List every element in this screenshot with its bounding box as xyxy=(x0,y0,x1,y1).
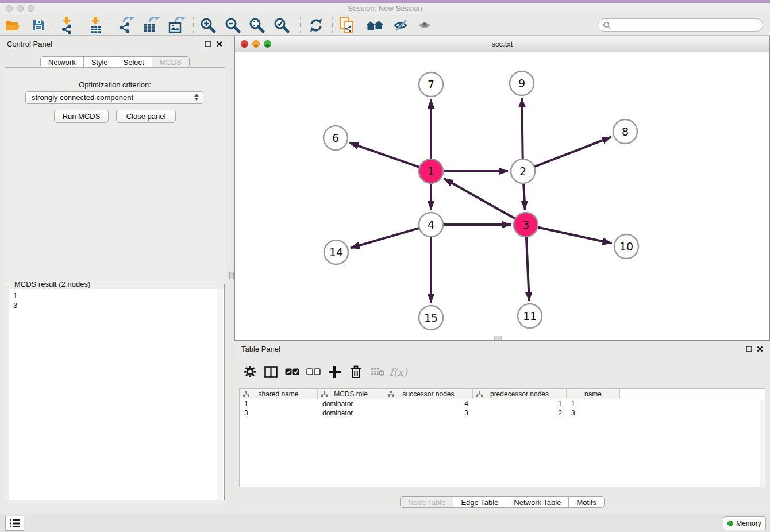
node-11[interactable]: 11 xyxy=(518,304,542,328)
table-cell[interactable]: 2 xyxy=(473,408,567,418)
list-icon xyxy=(10,519,20,528)
minimize-view-button[interactable] xyxy=(252,40,260,48)
split-panel-icon[interactable] xyxy=(260,366,282,378)
select-all-rows-icon[interactable] xyxy=(282,368,303,375)
network-canvas[interactable]: 1234678910111415 xyxy=(235,52,769,341)
column-header-predecessor-nodes[interactable]: predecessor nodes xyxy=(473,389,567,399)
column-header-MCDS-role[interactable]: MCDS role xyxy=(318,389,384,399)
zoom-fit-icon[interactable] xyxy=(248,16,266,34)
function-builder-icon[interactable]: f(x) xyxy=(388,366,409,378)
tab-node-table[interactable]: Node Table xyxy=(401,497,454,507)
column-header-successor-nodes[interactable]: successor nodes xyxy=(384,389,473,399)
node-8[interactable]: 8 xyxy=(613,119,637,144)
delete-column-icon[interactable] xyxy=(345,365,367,379)
show-all-icon[interactable] xyxy=(416,16,434,34)
network-view-window: scc.txt 1234678910111415 xyxy=(234,36,770,341)
column-label: MCDS role xyxy=(334,390,368,398)
zoom-view-button[interactable] xyxy=(264,40,271,48)
table-cell[interactable]: 1 xyxy=(240,399,318,408)
memory-button[interactable]: Memory xyxy=(723,516,766,530)
table-cell[interactable]: 3 xyxy=(384,408,473,418)
table-cell[interactable]: 1 xyxy=(473,399,567,408)
node-14[interactable]: 14 xyxy=(324,240,348,264)
node-2[interactable]: 2 xyxy=(511,159,535,183)
edge-3-10[interactable] xyxy=(538,228,612,244)
network-window-titlebar[interactable]: scc.txt xyxy=(235,36,769,52)
mcds-result-text[interactable]: 13 xyxy=(9,289,224,500)
search-field[interactable] xyxy=(598,18,763,32)
node-9[interactable]: 9 xyxy=(510,71,534,95)
search-input[interactable] xyxy=(614,21,752,29)
table-row[interactable]: 1dominator411 xyxy=(240,399,765,408)
close-table-panel-icon[interactable] xyxy=(756,345,764,353)
zoom-window-button[interactable] xyxy=(28,5,34,12)
column-settings-icon[interactable] xyxy=(239,365,260,378)
export-network-icon[interactable] xyxy=(117,16,136,34)
pane-divider-grip[interactable] xyxy=(229,272,234,279)
node-3[interactable]: 3 xyxy=(514,213,538,237)
add-column-icon[interactable] xyxy=(324,366,345,378)
save-session-icon[interactable] xyxy=(29,16,48,34)
node-1[interactable]: 1 xyxy=(419,159,443,183)
zoom-in-icon[interactable] xyxy=(199,16,217,34)
edge-2-9[interactable] xyxy=(522,98,522,159)
tab-edge-table[interactable]: Edge Table xyxy=(453,497,506,507)
node-label: 14 xyxy=(329,246,343,259)
minimize-window-button[interactable] xyxy=(17,5,24,12)
network-window-grip[interactable] xyxy=(494,336,502,340)
float-table-panel-icon[interactable] xyxy=(745,345,753,353)
table-cell[interactable]: dominator xyxy=(318,408,384,418)
edge-4-14[interactable] xyxy=(351,228,419,248)
window-controls[interactable] xyxy=(6,5,34,12)
table-cell[interactable]: 3 xyxy=(567,408,620,418)
zoom-selected-icon[interactable] xyxy=(272,16,291,34)
table-cell[interactable]: dominator xyxy=(318,399,384,408)
node-10[interactable]: 10 xyxy=(614,234,638,259)
edge-3-11[interactable] xyxy=(526,237,529,301)
column-header-name[interactable]: name xyxy=(567,389,620,399)
run-mcds-button[interactable]: Run MCDS xyxy=(54,110,109,123)
edge-3-1[interactable] xyxy=(444,179,515,219)
node-7[interactable]: 7 xyxy=(419,72,443,97)
table-cell[interactable]: 3 xyxy=(240,408,318,418)
delete-table-icon[interactable] xyxy=(367,367,388,376)
criterion-dropdown[interactable]: strongly connected component xyxy=(25,91,203,104)
table-cell[interactable]: 1 xyxy=(567,399,620,408)
table-scrollbar[interactable] xyxy=(760,400,765,487)
table-row[interactable]: 3dominator323 xyxy=(240,408,765,418)
node-6[interactable]: 6 xyxy=(324,126,348,150)
edge-1-6[interactable] xyxy=(350,143,420,168)
close-view-button[interactable] xyxy=(241,40,248,48)
close-panel-button[interactable]: Close panel xyxy=(116,110,176,123)
tab-select[interactable]: Select xyxy=(116,57,152,67)
tab-style[interactable]: Style xyxy=(84,57,116,67)
column-header-shared-name[interactable]: shared name xyxy=(240,389,318,399)
import-network-icon[interactable] xyxy=(59,16,77,34)
first-neighbors-icon[interactable] xyxy=(365,16,384,34)
close-panel-icon[interactable] xyxy=(215,40,223,48)
task-history-button[interactable] xyxy=(5,516,24,531)
export-image-icon[interactable] xyxy=(167,16,186,34)
mcds-result-line: 3 xyxy=(13,300,220,310)
export-table-icon[interactable] xyxy=(142,16,160,34)
zoom-out-icon[interactable] xyxy=(224,16,242,34)
window-title: Session: New Session xyxy=(0,3,770,14)
node-4[interactable]: 4 xyxy=(419,213,443,237)
refresh-network-icon[interactable] xyxy=(307,16,325,34)
table-cell[interactable]: 4 xyxy=(384,399,473,408)
hide-selected-icon[interactable] xyxy=(392,16,410,34)
import-table-icon[interactable] xyxy=(87,16,106,34)
tab-network-table[interactable]: Network Table xyxy=(506,497,569,507)
deselect-all-rows-icon[interactable] xyxy=(303,368,324,375)
node-15[interactable]: 15 xyxy=(419,306,443,330)
edge-2-8[interactable] xyxy=(534,137,611,167)
edge-2-3[interactable] xyxy=(523,183,525,210)
tab-motifs[interactable]: Motifs xyxy=(569,497,604,507)
duplicate-network-icon[interactable] xyxy=(337,16,356,34)
result-scrollbar[interactable] xyxy=(217,289,223,500)
tab-network[interactable]: Network xyxy=(41,57,84,67)
tab-mcds[interactable]: MCDS xyxy=(152,57,189,67)
close-window-button[interactable] xyxy=(6,5,13,12)
float-panel-icon[interactable] xyxy=(203,40,211,48)
open-session-icon[interactable] xyxy=(3,16,22,34)
